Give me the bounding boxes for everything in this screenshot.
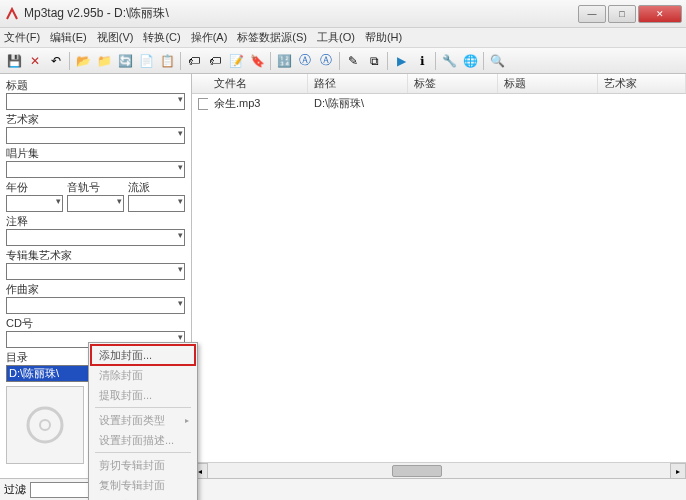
col-tag[interactable]: 标签 (408, 74, 498, 93)
tag-to-file-icon[interactable]: 🏷 (184, 51, 204, 71)
menu-file[interactable]: 文件(F) (4, 30, 40, 45)
composer-input[interactable] (6, 297, 185, 314)
horizontal-scrollbar[interactable]: ◂ ▸ (192, 462, 686, 478)
disc-icon (25, 405, 65, 445)
menu-edit[interactable]: 编辑(E) (50, 30, 87, 45)
cell-filename: 余生.mp3 (208, 96, 308, 111)
menu-remove-cover[interactable]: 清除封面 (91, 365, 195, 385)
title-input[interactable] (6, 93, 185, 110)
menu-set-cover-type[interactable]: 设置封面类型▸ (91, 410, 195, 430)
globe-icon[interactable]: 🌐 (460, 51, 480, 71)
svg-point-0 (28, 408, 62, 442)
menu-help[interactable]: 帮助(H) (365, 30, 402, 45)
cover-context-menu: 添加封面... 清除封面 提取封面... 设置封面类型▸ 设置封面描述... 剪… (88, 342, 198, 500)
save-icon[interactable]: 💾 (4, 51, 24, 71)
tools-icon[interactable]: 🔧 (439, 51, 459, 71)
minimize-button[interactable]: — (578, 5, 606, 23)
col-artist[interactable]: 艺术家 (598, 74, 686, 93)
year-label: 年份 (6, 180, 63, 195)
app-icon (4, 6, 20, 22)
menu-extract-cover[interactable]: 提取封面... (91, 385, 195, 405)
filter-label: 过滤 (4, 482, 26, 497)
album-label: 唱片集 (6, 146, 185, 161)
comment-label: 注释 (6, 214, 185, 229)
search-icon[interactable]: 🔍 (487, 51, 507, 71)
menu-cut-cover[interactable]: 剪切专辑封面 (91, 455, 195, 475)
cell-path: D:\陈丽珠\ (308, 96, 408, 111)
delete-icon[interactable]: ✕ (25, 51, 45, 71)
menu-add-cover[interactable]: 添加封面... (91, 345, 195, 365)
toolbar: 💾 ✕ ↶ 📂 📁 🔄 📄 📋 🏷 🏷 📝 🔖 🔢 Ⓐ Ⓐ ✎ ⧉ ▶ ℹ 🔧 … (0, 48, 686, 74)
table-row[interactable]: 余生.mp3 D:\陈丽珠\ (192, 94, 686, 112)
menu-set-cover-desc[interactable]: 设置封面描述... (91, 430, 195, 450)
menu-convert[interactable]: 转换(C) (143, 30, 180, 45)
comment-input[interactable] (6, 229, 185, 246)
menu-actions[interactable]: 操作(A) (191, 30, 228, 45)
list-body[interactable]: 余生.mp3 D:\陈丽珠\ (192, 94, 686, 462)
menubar: 文件(F) 编辑(E) 视图(V) 转换(C) 操作(A) 标签数据源(S) 工… (0, 28, 686, 48)
file-list-area: 文件名 路径 标签 标题 艺术家 余生.mp3 D:\陈丽珠\ ◂ ▸ (192, 74, 686, 478)
scroll-thumb[interactable] (392, 465, 442, 477)
album-input[interactable] (6, 161, 185, 178)
play-icon[interactable]: ▶ (391, 51, 411, 71)
text-to-tag-icon[interactable]: 📝 (226, 51, 246, 71)
col-filename[interactable]: 文件名 (208, 74, 308, 93)
menu-view[interactable]: 视图(V) (97, 30, 134, 45)
albumartist-label: 专辑集艺术家 (6, 248, 185, 263)
playlist-icon[interactable]: 📄 (136, 51, 156, 71)
list-header: 文件名 路径 标签 标题 艺术家 (192, 74, 686, 94)
refresh-icon[interactable]: 🔄 (115, 51, 135, 71)
titlebar: Mp3tag v2.95b - D:\陈丽珠\ — □ ✕ (0, 0, 686, 28)
folder-open-icon[interactable]: 📂 (73, 51, 93, 71)
scroll-right-arrow[interactable]: ▸ (670, 463, 686, 479)
menu-paste-cover[interactable]: 粘贴专辑封面 (91, 495, 195, 500)
svg-point-1 (40, 420, 50, 430)
window-title: Mp3tag v2.95b - D:\陈丽珠\ (24, 5, 576, 22)
artist-input[interactable] (6, 127, 185, 144)
chevron-right-icon: ▸ (185, 416, 189, 425)
folder-add-icon[interactable]: 📁 (94, 51, 114, 71)
genre-label: 流派 (128, 180, 185, 195)
composer-label: 作曲家 (6, 282, 185, 297)
close-button[interactable]: ✕ (638, 5, 682, 23)
title-label: 标题 (6, 78, 185, 93)
track-input[interactable] (67, 195, 124, 212)
cover-art-box[interactable] (6, 386, 84, 464)
albumartist-input[interactable] (6, 263, 185, 280)
file-icon (198, 98, 208, 110)
tag-to-tag-icon[interactable]: 🔖 (247, 51, 267, 71)
quick-action-icon[interactable]: Ⓐ (316, 51, 336, 71)
track-label: 音轨号 (67, 180, 124, 195)
window-buttons: — □ ✕ (576, 5, 682, 23)
actions-icon[interactable]: Ⓐ (295, 51, 315, 71)
export-icon[interactable]: 📋 (157, 51, 177, 71)
menu-tools[interactable]: 工具(O) (317, 30, 355, 45)
artist-label: 艺术家 (6, 112, 185, 127)
year-input[interactable] (6, 195, 63, 212)
menu-copy-cover[interactable]: 复制专辑封面 (91, 475, 195, 495)
menu-sources[interactable]: 标签数据源(S) (237, 30, 307, 45)
disc-label: CD号 (6, 316, 185, 331)
new-window-icon[interactable]: ⧉ (364, 51, 384, 71)
properties-icon[interactable]: ℹ (412, 51, 432, 71)
col-path[interactable]: 路径 (308, 74, 408, 93)
col-title[interactable]: 标题 (498, 74, 598, 93)
undo-icon[interactable]: ↶ (46, 51, 66, 71)
edit-icon[interactable]: ✎ (343, 51, 363, 71)
autonumber-icon[interactable]: 🔢 (274, 51, 294, 71)
file-to-tag-icon[interactable]: 🏷 (205, 51, 225, 71)
maximize-button[interactable]: □ (608, 5, 636, 23)
genre-input[interactable] (128, 195, 185, 212)
